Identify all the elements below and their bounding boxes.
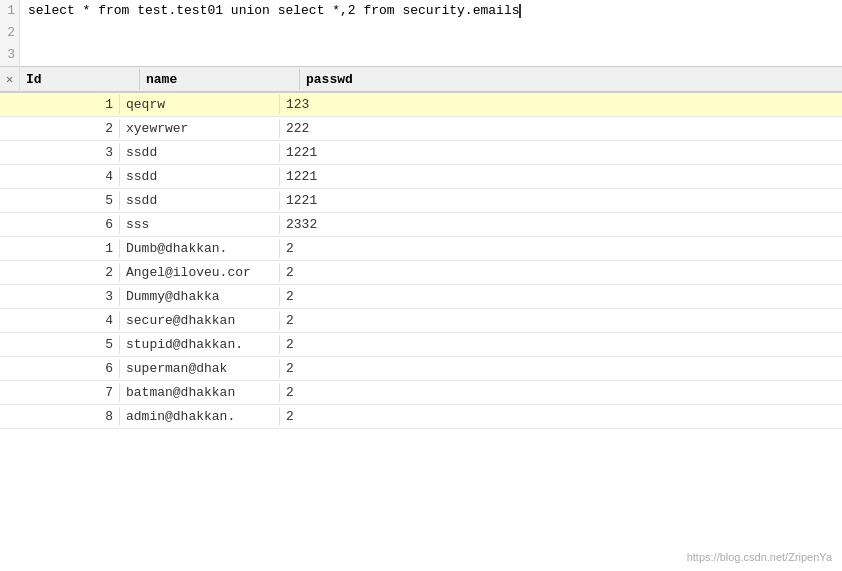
cell-passwd: 2: [280, 407, 440, 426]
editor-line-2: 2: [0, 22, 842, 44]
close-button[interactable]: ✕: [0, 66, 20, 92]
cell-name: Dumb@dhakkan.: [120, 239, 280, 258]
cell-name: secure@dhakkan: [120, 311, 280, 330]
table-row: 4secure@dhakkan2: [0, 309, 842, 333]
cell-id: 4: [0, 167, 120, 186]
table-row: 5stupid@dhakkan.2: [0, 333, 842, 357]
cell-passwd: 123: [280, 95, 440, 114]
cell-name: batman@dhakkan: [120, 383, 280, 402]
cell-id: 4: [0, 311, 120, 330]
cell-id: 3: [0, 287, 120, 306]
cell-passwd: 1221: [280, 167, 440, 186]
line-number-3: 3: [0, 44, 20, 66]
cell-name: Dummy@dhakka: [120, 287, 280, 306]
line-number-1: 1: [0, 0, 20, 22]
cell-id: 2: [0, 119, 120, 138]
table-row: 8admin@dhakkan.2: [0, 405, 842, 429]
cell-passwd: 2: [280, 359, 440, 378]
cell-id: 6: [0, 215, 120, 234]
editor-section: 1 select * from test.test01 union select…: [0, 0, 842, 67]
cell-id: 1: [0, 239, 120, 258]
table-row: 2xyewrwer222: [0, 117, 842, 141]
cell-name: Angel@iloveu.cor: [120, 263, 280, 282]
cell-id: 3: [0, 143, 120, 162]
cell-id: 5: [0, 335, 120, 354]
cell-passwd: 1221: [280, 191, 440, 210]
cell-passwd: 2: [280, 263, 440, 282]
cell-id: 7: [0, 383, 120, 402]
cell-passwd: 222: [280, 119, 440, 138]
col-header-id: Id: [20, 69, 140, 90]
table-row: 3ssdd1221: [0, 141, 842, 165]
cell-passwd: 1221: [280, 143, 440, 162]
cell-id: 5: [0, 191, 120, 210]
watermark: https://blog.csdn.net/ZripenYa: [687, 551, 832, 563]
cell-name: ssdd: [120, 191, 280, 210]
editor-line-1: 1 select * from test.test01 union select…: [0, 0, 842, 22]
cell-passwd: 2: [280, 335, 440, 354]
table-row: 6superman@dhak2: [0, 357, 842, 381]
line-content-1[interactable]: select * from test.test01 union select *…: [20, 0, 842, 22]
cell-name: sss: [120, 215, 280, 234]
col-header-name: name: [140, 69, 300, 90]
cell-id: 1: [0, 95, 120, 114]
result-rows: 1qeqrw1232xyewrwer2223ssdd12214ssdd12215…: [0, 93, 842, 429]
table-row: 2Angel@iloveu.cor2: [0, 261, 842, 285]
table-row: 1qeqrw123: [0, 93, 842, 117]
cell-passwd: 2: [280, 239, 440, 258]
cell-passwd: 2: [280, 287, 440, 306]
cell-id: 6: [0, 359, 120, 378]
col-header-passwd: passwd: [300, 69, 460, 90]
table-row: 3Dummy@dhakka2: [0, 285, 842, 309]
cell-name: superman@dhak: [120, 359, 280, 378]
cell-name: ssdd: [120, 167, 280, 186]
cell-passwd: 2: [280, 383, 440, 402]
cell-name: xyewrwer: [120, 119, 280, 138]
cell-id: 8: [0, 407, 120, 426]
cell-name: admin@dhakkan.: [120, 407, 280, 426]
table-row: 5ssdd1221: [0, 189, 842, 213]
line-number-2: 2: [0, 22, 20, 44]
table-row: 7batman@dhakkan2: [0, 381, 842, 405]
table-row: 1Dumb@dhakkan.2: [0, 237, 842, 261]
cell-passwd: 2: [280, 311, 440, 330]
cell-name: stupid@dhakkan.: [120, 335, 280, 354]
table-row: 6sss2332: [0, 213, 842, 237]
result-section: ✕ Id name passwd 1qeqrw1232xyewrwer2223s…: [0, 67, 842, 429]
editor-line-3: 3: [0, 44, 842, 66]
table-row: 4ssdd1221: [0, 165, 842, 189]
cell-passwd: 2332: [280, 215, 440, 234]
cell-name: qeqrw: [120, 95, 280, 114]
column-headers: ✕ Id name passwd: [0, 67, 842, 93]
cell-id: 2: [0, 263, 120, 282]
cell-name: ssdd: [120, 143, 280, 162]
